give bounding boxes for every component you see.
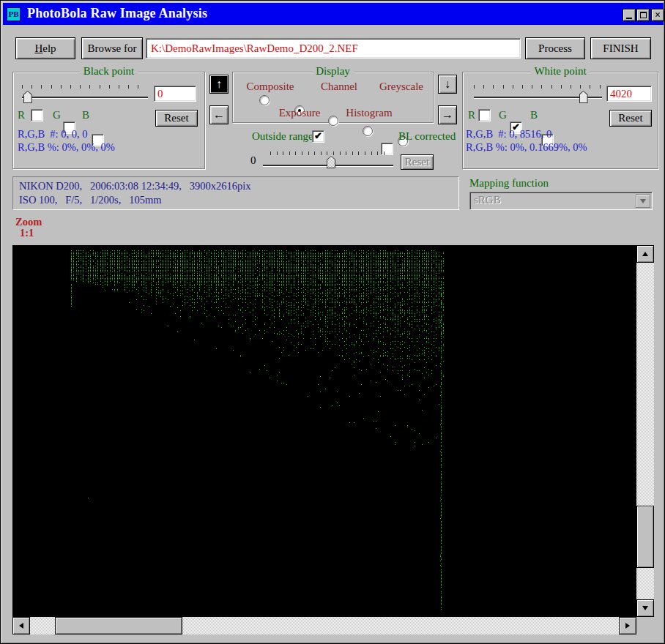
vertical-scroll-thumb[interactable] bbox=[636, 506, 654, 568]
vertical-scrollbar[interactable] bbox=[636, 245, 654, 617]
pan-up-button[interactable]: ↑ bbox=[209, 75, 229, 94]
process-button[interactable]: Process bbox=[525, 37, 585, 59]
app-icon: PB bbox=[7, 7, 21, 21]
black-point-stats-percent: R,G,B %: 0%, 0%, 0% bbox=[18, 141, 115, 154]
finish-button[interactable]: FINISH bbox=[590, 37, 651, 59]
white-point-title: White point bbox=[530, 65, 590, 78]
exposure-slider-thumb[interactable] bbox=[327, 156, 335, 168]
mapping-function-label: Mapping function bbox=[469, 177, 549, 190]
black-point-r-checkbox[interactable] bbox=[31, 109, 43, 121]
black-point-group: Black point R G B Reset R,G,B #: 0, 0, 0… bbox=[12, 72, 205, 169]
outside-range-checkbox[interactable] bbox=[312, 130, 324, 143]
scroll-down-icon bbox=[642, 606, 648, 610]
camera-info-line1: NIKON D200, 2006:03:08 12:34:49, 3900x26… bbox=[19, 180, 251, 192]
thumb-face bbox=[580, 91, 587, 102]
scroll-down-button[interactable] bbox=[636, 599, 654, 617]
arrow-down-icon: ↓ bbox=[445, 78, 450, 90]
scroll-up-icon bbox=[642, 252, 648, 256]
radio-label-exposure: Exposure bbox=[274, 107, 325, 119]
scrollbar-corner bbox=[636, 617, 654, 634]
black-point-b-label: B bbox=[82, 109, 89, 121]
white-point-g-label: G bbox=[499, 109, 507, 121]
chevron-down-icon bbox=[640, 199, 646, 203]
title-bar[interactable]: PB PhotoBola Raw Image Analysis × bbox=[3, 3, 664, 25]
help-button[interactable]: Help bbox=[15, 37, 75, 59]
white-point-stats-percent: R,G,B %: 0%, 0.1669%, 0% bbox=[466, 141, 587, 154]
white-point-stats-count: R,G,B #: 0, 8516, 0 bbox=[466, 128, 551, 141]
scroll-right-button[interactable] bbox=[619, 617, 636, 634]
maximize-icon bbox=[640, 12, 647, 18]
black-point-slider-track bbox=[22, 97, 148, 98]
image-canvas[interactable] bbox=[12, 245, 636, 617]
white-point-slider[interactable] bbox=[474, 91, 602, 105]
browse-button[interactable]: Browse for bbox=[81, 37, 143, 59]
radio-channel[interactable] bbox=[328, 116, 338, 126]
outside-range-label: Outside range bbox=[252, 130, 313, 143]
white-point-group: White point R G B Reset R,G,B #: 0, 8516… bbox=[462, 72, 658, 169]
combo-dropdown-button[interactable] bbox=[636, 194, 650, 208]
black-point-title: Black point bbox=[80, 65, 138, 78]
white-point-value-input[interactable] bbox=[606, 86, 652, 102]
scroll-up-button[interactable] bbox=[636, 245, 654, 263]
white-point-slider-ticks bbox=[474, 85, 602, 89]
display-group: Display Composite Channel Greyscale Expo… bbox=[232, 72, 434, 123]
white-point-b-label: B bbox=[530, 109, 538, 121]
radio-histogram[interactable] bbox=[363, 126, 373, 136]
black-point-r-label: R bbox=[18, 109, 25, 121]
display-reset-button[interactable]: Reset bbox=[401, 154, 434, 170]
white-point-reset-button[interactable]: Reset bbox=[609, 110, 652, 127]
arrow-left-icon: ← bbox=[213, 109, 225, 121]
mapping-function-select[interactable]: sRGB bbox=[469, 192, 653, 210]
black-point-slider-thumb[interactable] bbox=[23, 91, 32, 103]
thumb-face bbox=[327, 157, 335, 168]
image-viewport[interactable] bbox=[12, 245, 636, 617]
window-title: PhotoBola Raw Image Analysis bbox=[27, 6, 207, 21]
black-point-value-input[interactable] bbox=[154, 86, 196, 102]
camera-info-line2: ISO 100, F/5, 1/200s, 105mm bbox=[19, 194, 162, 206]
display-title: Display bbox=[312, 65, 354, 78]
horizontal-scroll-thumb[interactable] bbox=[55, 617, 182, 634]
radio-label-greyscale: Greyscale bbox=[372, 80, 431, 93]
camera-info-panel: NIKON D200, 2006:03:08 12:34:49, 3900x26… bbox=[12, 176, 459, 210]
app-window: PB PhotoBola Raw Image Analysis × Help B… bbox=[0, 0, 665, 644]
radio-label-channel: Channel bbox=[306, 80, 372, 93]
arrow-up-icon: ↑ bbox=[216, 78, 222, 90]
scroll-left-button[interactable] bbox=[12, 617, 30, 634]
maximize-button[interactable] bbox=[636, 9, 650, 21]
radio-composite[interactable] bbox=[259, 95, 270, 105]
help-label: elp bbox=[42, 42, 56, 54]
pan-down-button[interactable]: ↓ bbox=[438, 75, 457, 94]
zoom-value: 1:1 bbox=[20, 227, 34, 239]
black-point-slider-ticks bbox=[22, 85, 148, 89]
pan-left-button[interactable]: ← bbox=[209, 105, 229, 124]
arrow-right-icon: → bbox=[442, 109, 453, 121]
black-point-stats-count: R,G,B #: 0, 0, 0 bbox=[18, 128, 87, 141]
scroll-right-icon bbox=[625, 623, 630, 629]
mapping-function-value: sRGB bbox=[474, 194, 501, 206]
white-point-r-label: R bbox=[468, 109, 475, 121]
bl-corrected-label: BL corrected bbox=[398, 130, 456, 143]
thumb-face bbox=[24, 91, 31, 102]
exposure-slider[interactable] bbox=[263, 154, 393, 170]
radio-label-histogram: Histogram bbox=[340, 107, 398, 119]
white-point-r-checkbox[interactable] bbox=[478, 109, 491, 121]
radio-label-composite: Composite bbox=[237, 80, 303, 93]
minimize-icon bbox=[626, 18, 632, 19]
minimize-button[interactable] bbox=[623, 9, 636, 21]
scroll-left-icon bbox=[19, 623, 23, 629]
white-point-slider-thumb[interactable] bbox=[579, 91, 588, 103]
horizontal-scrollbar[interactable] bbox=[12, 617, 636, 634]
black-point-slider[interactable] bbox=[22, 91, 148, 105]
close-button[interactable]: × bbox=[651, 9, 664, 21]
close-icon: × bbox=[655, 11, 661, 20]
black-point-g-label: G bbox=[53, 109, 61, 121]
black-point-reset-button[interactable]: Reset bbox=[155, 110, 198, 127]
file-path-input[interactable] bbox=[146, 38, 521, 59]
exposure-slider-min-label: 0 bbox=[250, 154, 256, 167]
pan-right-button[interactable]: → bbox=[438, 105, 457, 124]
